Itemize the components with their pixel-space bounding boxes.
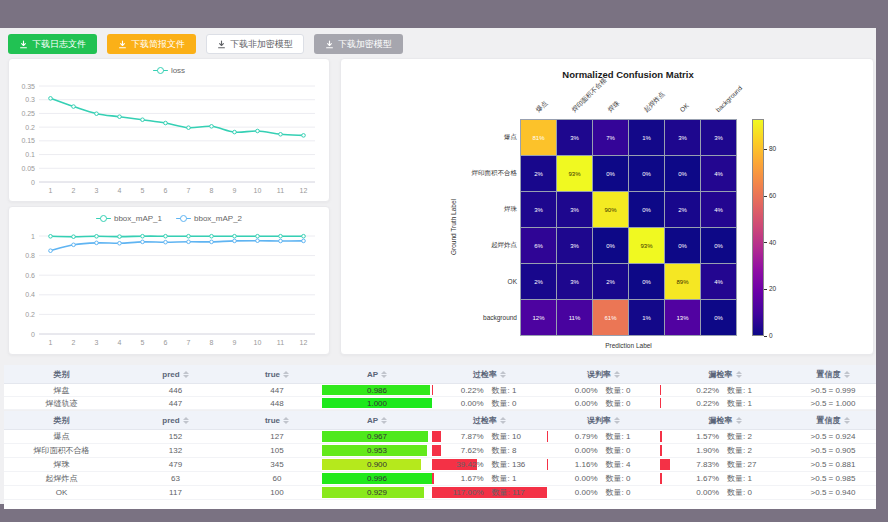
- rate-count: 数量: 0: [492, 398, 532, 409]
- confidence-value: >0.5 = 0.940: [811, 488, 856, 497]
- cell-overkill-rate: 0.22%数量: 1: [432, 384, 547, 396]
- confusion-matrix-panel: Normalized Confusion Matrix Ground Truth…: [340, 58, 874, 355]
- svg-text:7: 7: [187, 187, 191, 194]
- svg-text:6: 6: [164, 187, 168, 194]
- rate-percent: 1.16%: [562, 460, 598, 469]
- download-report-button[interactable]: 下载简报文件: [107, 34, 196, 54]
- cm-cell: 3%: [701, 120, 736, 155]
- sort-caret-icon[interactable]: [283, 371, 289, 378]
- column-header-true[interactable]: true: [232, 411, 322, 429]
- svg-text:0.4: 0.4: [25, 291, 35, 298]
- column-header-漏检率[interactable]: 漏检率: [660, 365, 790, 383]
- svg-text:0.05: 0.05: [21, 165, 35, 172]
- download-log-button[interactable]: 下载日志文件: [8, 34, 97, 54]
- sort-caret-icon[interactable]: [183, 417, 189, 424]
- download-encrypted-model-button[interactable]: 下载加密模型: [314, 34, 403, 54]
- svg-text:1: 1: [49, 339, 53, 346]
- sort-caret-icon[interactable]: [844, 417, 850, 424]
- column-header-误判率[interactable]: 误判率: [547, 411, 660, 429]
- cm-cell: 3%: [557, 192, 592, 227]
- sort-caret-icon[interactable]: [844, 371, 850, 378]
- cm-col-tick-label: 起焊炸点: [642, 90, 666, 114]
- true-value: 447: [270, 386, 283, 395]
- column-header-label: pred: [162, 416, 179, 425]
- cm-cell: 2%: [665, 192, 700, 227]
- sort-caret-icon[interactable]: [283, 417, 289, 424]
- cell-miss-rate: 0.22%数量: 1: [660, 397, 790, 409]
- cell-confidence: >0.5 = 0.924: [790, 430, 876, 443]
- rate-count: 数量: 0: [606, 385, 646, 396]
- cell-pred: 446: [119, 384, 232, 396]
- download-report-label: 下载简报文件: [131, 38, 185, 51]
- cm-cell: 4%: [701, 156, 736, 191]
- cm-cell: 0%: [629, 156, 664, 191]
- table-row: OK1171000.929117.00%数量: 1170.00%数量: 00.0…: [4, 486, 876, 500]
- category-label: 焊印面积不合格: [34, 445, 90, 456]
- sort-caret-icon[interactable]: [736, 371, 742, 378]
- cell-misjudge-rate: 0.00%数量: 0: [547, 397, 660, 409]
- ap-value: 0.986: [367, 386, 387, 395]
- rate-count: 数量: 0: [727, 487, 767, 498]
- column-header-漏检率[interactable]: 漏检率: [660, 411, 790, 429]
- rate-count: 数量: 136: [492, 459, 532, 470]
- rate-bar: [432, 431, 441, 442]
- rate-count: 数量: 1: [727, 398, 767, 409]
- dashboard-page: { "toolbar": { "buttons": [ {"label": "下…: [0, 0, 888, 522]
- cm-cell: 0%: [593, 228, 628, 263]
- column-header-类别: 类别: [4, 365, 119, 383]
- column-header-label: 误判率: [587, 415, 611, 426]
- legend-label: loss: [171, 66, 185, 75]
- cell-confidence: >0.5 = 1.000: [790, 397, 876, 409]
- rate-count: 数量: 10: [492, 431, 532, 442]
- cell-misjudge-rate: 1.16%数量: 4: [547, 458, 660, 471]
- sort-caret-icon[interactable]: [381, 371, 387, 378]
- rate-count: 数量: 2: [727, 431, 767, 442]
- legend-item-loss[interactable]: loss: [153, 66, 185, 75]
- column-header-pred[interactable]: pred: [119, 365, 232, 383]
- colorbar-tick-mark: [764, 336, 767, 337]
- cm-cell: 3%: [665, 120, 700, 155]
- download-unencrypted-model-button[interactable]: 下载非加密模型: [206, 34, 304, 54]
- column-header-AP[interactable]: AP: [322, 411, 432, 429]
- column-header-误判率[interactable]: 误判率: [547, 365, 660, 383]
- sort-caret-icon[interactable]: [736, 417, 742, 424]
- cm-col-tick-label: 爆点: [534, 99, 549, 114]
- sort-caret-icon[interactable]: [500, 417, 506, 424]
- cm-cell: 0%: [665, 156, 700, 191]
- cell-true: 345: [232, 458, 322, 471]
- cell-true: 105: [232, 444, 322, 457]
- svg-text:0.25: 0.25: [21, 110, 35, 117]
- sort-caret-icon[interactable]: [183, 371, 189, 378]
- column-header-true[interactable]: true: [232, 365, 322, 383]
- cm-col-tick-label: background: [714, 84, 744, 114]
- sort-caret-icon[interactable]: [614, 417, 620, 424]
- table-row: 起焊炸点63600.9961.67%数量: 10.00%数量: 01.67%数量…: [4, 472, 876, 486]
- cm-row-tick-label: background: [441, 300, 517, 335]
- column-header-过检率[interactable]: 过检率: [432, 365, 547, 383]
- sort-caret-icon[interactable]: [614, 371, 620, 378]
- pred-value: 152: [169, 432, 182, 441]
- rate-count: 数量: 0: [606, 445, 646, 456]
- column-header-置信度[interactable]: 置信度: [790, 411, 876, 429]
- confidence-value: >0.5 = 0.924: [811, 432, 856, 441]
- legend-item-bbox_mAP_1[interactable]: bbox_mAP_1: [96, 214, 162, 223]
- cm-cell: 0%: [629, 264, 664, 299]
- column-header-置信度[interactable]: 置信度: [790, 365, 876, 383]
- column-header-过检率[interactable]: 过检率: [432, 411, 547, 429]
- cm-cell: 1%: [629, 120, 664, 155]
- sort-caret-icon[interactable]: [381, 417, 387, 424]
- rate-bar: [660, 445, 662, 456]
- legend-item-bbox_mAP_2[interactable]: bbox_mAP_2: [176, 214, 242, 223]
- table-row: 焊印面积不合格1321050.9537.62%数量: 80.00%数量: 01.…: [4, 444, 876, 458]
- true-value: 105: [270, 446, 283, 455]
- svg-text:1: 1: [49, 187, 53, 194]
- rate-count: 数量: 1: [727, 473, 767, 484]
- svg-text:3: 3: [95, 339, 99, 346]
- cell-category: 焊缝轨迹: [4, 397, 119, 409]
- cell-miss-rate: 1.67%数量: 1: [660, 472, 790, 485]
- svg-text:9: 9: [233, 187, 237, 194]
- sort-caret-icon[interactable]: [500, 371, 506, 378]
- column-header-AP[interactable]: AP: [322, 365, 432, 383]
- ap-value: 1.000: [367, 399, 387, 408]
- column-header-pred[interactable]: pred: [119, 411, 232, 429]
